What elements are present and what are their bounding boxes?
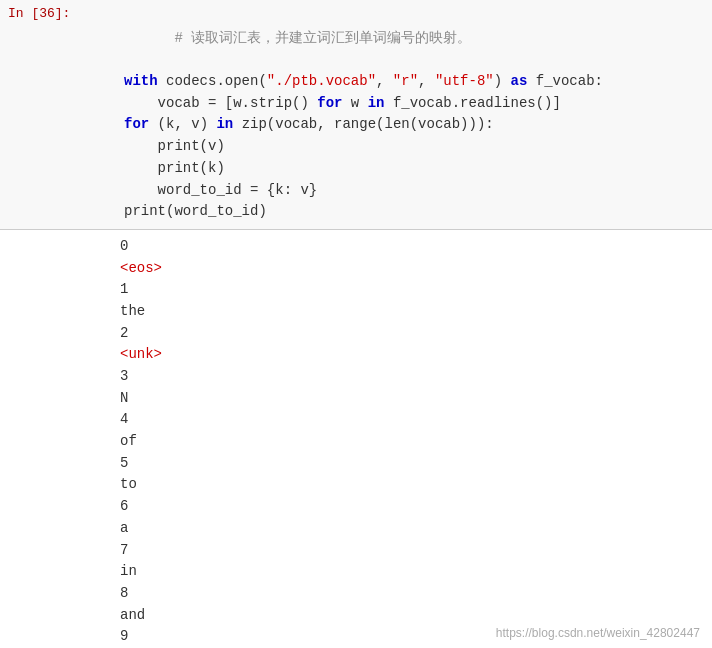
output-line-1: <eos> [120, 258, 712, 280]
output-line-8: 4 [120, 409, 712, 431]
output-line-7: N [120, 388, 712, 410]
code-line-3: for (k, v) in zip(vocab, range(len(vocab… [124, 114, 708, 136]
plain-13: word_to_id = {k: v} [124, 182, 317, 198]
plain-7: w [342, 95, 367, 111]
comment-line: # 读取词汇表，并建立词汇到单词编号的映射。 [124, 6, 708, 71]
output-line-9: of [120, 431, 712, 453]
keyword-as: as [511, 73, 528, 89]
plain-4: ) [494, 73, 511, 89]
code-line-1: with codecs.open("./ptb.vocab", "r", "ut… [124, 71, 708, 93]
output-line-6: 3 [120, 366, 712, 388]
output-line-4: 2 [120, 323, 712, 345]
plain-12: print(k) [124, 160, 225, 176]
output-line-5: <unk> [120, 344, 712, 366]
keyword-in2: in [216, 116, 233, 132]
code-line-2: vocab = [w.strip() for w in f_vocab.read… [124, 93, 708, 115]
output-line-16: 8 [120, 583, 712, 605]
output-line-17: and [120, 605, 712, 627]
output-line-13: a [120, 518, 712, 540]
plain-6: vocab = [w.strip() [124, 95, 317, 111]
output-line-12: 6 [120, 496, 712, 518]
code-cell: In [36]: # 读取词汇表，并建立词汇到单词编号的映射。 with cod… [0, 0, 712, 230]
plain-11: print(v) [124, 138, 225, 154]
watermark: https://blog.csdn.net/weixin_42802447 [496, 626, 700, 640]
output-line-2: 1 [120, 279, 712, 301]
plain-10: zip(vocab, range(len(vocab))): [233, 116, 493, 132]
str-path: "./ptb.vocab" [267, 73, 376, 89]
plain-2: , [376, 73, 393, 89]
output-line-3: the [120, 301, 712, 323]
plain-14: print(word_to_id) [124, 203, 267, 219]
output-line-10: 5 [120, 453, 712, 475]
output-line-14: 7 [120, 540, 712, 562]
plain-1: codecs.open( [158, 73, 267, 89]
keyword-for: for [317, 95, 342, 111]
code-block: # 读取词汇表，并建立词汇到单词编号的映射。 with codecs.open(… [120, 6, 712, 223]
code-line-5: print(k) [124, 158, 708, 180]
plain-8: f_vocab.readlines()] [384, 95, 560, 111]
output-line-0: 0 [120, 236, 712, 258]
code-line-7: print(word_to_id) [124, 201, 708, 223]
code-line-6: word_to_id = {k: v} [124, 180, 708, 202]
output-line-11: to [120, 474, 712, 496]
output-line-15: in [120, 561, 712, 583]
plain-3: , [418, 73, 435, 89]
comment-text: # 读取词汇表，并建立词汇到单词编号的映射。 [174, 30, 471, 46]
str-utf8: "utf-8" [435, 73, 494, 89]
output-area: 0<eos>1the2<unk>3N4of5to6a7in8and9 [0, 230, 712, 648]
keyword-with: with [124, 73, 158, 89]
keyword-in: in [368, 95, 385, 111]
cell-label: In [36]: [0, 6, 120, 223]
str-r: "r" [393, 73, 418, 89]
keyword-for2: for [124, 116, 149, 132]
code-line-4: print(v) [124, 136, 708, 158]
plain-9: (k, v) [149, 116, 216, 132]
plain-5: f_vocab: [527, 73, 603, 89]
